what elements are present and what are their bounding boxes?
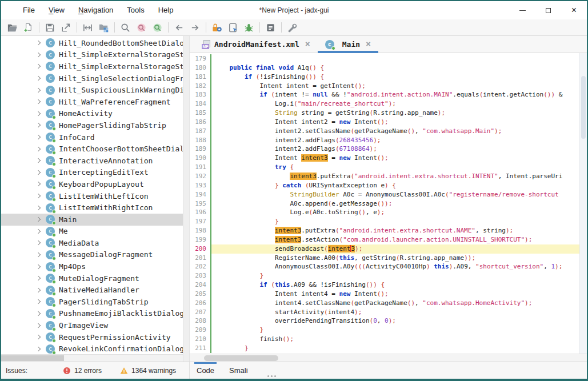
code-line-186[interactable]: 186 Intent intent2 = new Intent(); [190,118,579,127]
chevron-right-icon[interactable] [36,240,41,245]
menu-navigation[interactable]: Navigation [71,1,120,19]
code-line-209[interactable]: 209 } [190,326,579,335]
code-line-190[interactable]: 190 Intent intent3 = new Intent(); [190,154,579,163]
panel-splitter[interactable] [183,36,190,362]
tree-item-InterceptingEditText[interactable]: cInterceptingEditText [1,167,183,179]
nav-forward-button[interactable] [187,21,203,35]
code-line-189[interactable]: 189 intent2.addFlags(67108864); [190,145,579,154]
chevron-right-icon[interactable] [36,135,41,139]
editor-tab-Main[interactable]: cMain× [318,36,378,53]
chevron-right-icon[interactable] [36,311,41,316]
tree-item-HomePagerSlidingTabStrip[interactable]: cHomePagerSlidingTabStrip [1,119,183,131]
tree-item-Hilt_SuspiciousLinkWarningDi[interactable]: cHilt_SuspiciousLinkWarningDi [1,84,183,96]
search-class-button[interactable] [150,21,165,35]
chevron-right-icon[interactable] [36,170,41,175]
bottom-tab-smali[interactable]: Smali [229,362,248,379]
menu-view[interactable]: View [42,1,71,19]
chevron-right-icon[interactable] [36,323,41,327]
code-line-198[interactable]: 198 intent3.putExtra("android.intent.ext… [190,226,579,235]
fit-view-button[interactable] [80,21,95,35]
tree-item-Hilt_SimpleExternalStorageSt[interactable]: cHilt_SimpleExternalStorageSt [1,61,183,73]
device-button[interactable] [225,21,241,35]
code-line-197[interactable]: 197 } [190,217,579,226]
code-editor[interactable]: 179180 public final void A1q() {181 if (… [190,53,587,354]
editor-horizontal-scrollbar[interactable] [190,354,587,362]
tree-item-IntentChooserBottomSheetDial[interactable]: cIntentChooserBottomSheetDial [1,143,183,155]
export-button[interactable] [58,21,74,35]
code-line-193[interactable]: 193 } catch (URISyntaxException e) { [190,181,579,190]
tree-item-HomeActivity[interactable]: cHomeActivity [1,108,183,120]
chevron-right-icon[interactable] [36,229,41,234]
log-viewer-button[interactable] [263,21,278,35]
tree-item-MediaData[interactable]: cMediaData [1,237,183,249]
code-line-211[interactable]: 211 } [190,344,579,353]
chevron-right-icon[interactable] [36,194,41,198]
code-line-203[interactable]: 203 } [190,271,579,280]
tree-item-Me[interactable]: cMe [1,226,183,238]
nav-back-button[interactable] [171,21,187,35]
tree-item-NativeMediaHandler[interactable]: cNativeMediaHandler [1,284,183,296]
tree-item-MuteDialogFragment[interactable]: cMuteDialogFragment [1,272,183,284]
tree-horizontal-scrollbar[interactable] [1,354,183,362]
tree-item-Mp4Ops[interactable]: cMp4Ops [1,260,183,272]
menu-tools[interactable]: Tools [120,1,151,19]
search-text-button[interactable] [134,21,149,35]
chevron-right-icon[interactable] [36,264,41,268]
chevron-right-icon[interactable] [36,299,41,304]
chevron-right-icon[interactable] [36,346,41,351]
code-line-204[interactable]: 204 if (this.A09 && !isFinishing()) { [190,280,579,290]
close-button[interactable]: × [561,1,587,19]
tree-item-PagerSlidingTabStrip[interactable]: cPagerSlidingTabStrip [1,296,183,308]
maximize-button[interactable] [535,1,561,19]
code-line-208[interactable]: 208 overridePendingTransition(0, 0); [190,316,579,326]
code-line-184[interactable]: 184 Log.i("main/recreate_shortcut"); [190,99,579,109]
chevron-right-icon[interactable] [36,53,41,57]
code-line-192[interactable]: 192 intent3.putExtra("android.intent.ext… [190,172,579,181]
code-line-195[interactable]: 195 A0c.append(e.getMessage()); [190,199,579,208]
tree-item-Hilt_RoundedBottomSheetDialo[interactable]: cHilt_RoundedBottomSheetDialo [1,37,183,49]
editor-vertical-scrollbar[interactable] [579,53,587,354]
code-line-191[interactable]: 191 try { [190,163,579,172]
chevron-right-icon[interactable] [36,288,41,292]
tree-item-Hilt_SimpleExternalStorageSt[interactable]: cHilt_SimpleExternalStorageSt [1,49,183,61]
flatten-packages-button[interactable] [96,21,111,35]
code-line-188[interactable]: 188 intent2.addFlags(268435456); [190,136,579,145]
menu-file[interactable]: File [16,1,42,19]
open-project-button[interactable] [5,21,20,35]
search-button[interactable] [118,21,133,35]
code-line-206[interactable]: 206 intent4.setClassName(getPackageName(… [190,299,579,308]
code-line-179[interactable]: 179 [190,54,579,63]
chevron-right-icon[interactable] [36,64,41,69]
code-line-200[interactable]: 200 sendBroadcast(intent3); [190,244,579,254]
chevron-right-icon[interactable] [36,205,41,210]
chevron-right-icon[interactable] [36,158,41,163]
code-line-183[interactable]: 183 if (intent != null && !"android.inte… [190,90,579,99]
tree-item-MessageDialogFragment[interactable]: cMessageDialogFragment [1,249,183,261]
chevron-right-icon[interactable] [36,111,41,116]
bottom-tab-code[interactable]: Code [197,362,214,379]
code-line-180[interactable]: 180 public final void A1q() { [190,63,579,73]
code-line-199[interactable]: 199 intent3.setAction("com.android.launc… [190,235,579,244]
add-files-button[interactable] [21,21,36,35]
preferences-button[interactable] [285,21,300,35]
code-line-201[interactable]: 201 RegisterName.A00(this, getString(R.s… [190,254,579,263]
tree-item-RevokeLinkConfirmationDialog[interactable]: cRevokeLinkConfirmationDialog [1,343,183,355]
chevron-right-icon[interactable] [36,182,41,186]
code-line-194[interactable]: 194 StringBuilder A0c = AnonymousClass00… [190,190,579,199]
chevron-right-icon[interactable] [36,217,41,222]
code-line-196[interactable]: 196 Log.e(A0c.toString(), e); [190,208,579,217]
tree-item-Hilt_SingleSelectionDialogFr[interactable]: cHilt_SingleSelectionDialogFr [1,73,183,85]
tree-item-RequestPermissionActivity[interactable]: cRequestPermissionActivity [1,331,183,343]
tree-item-Main[interactable]: cMain [1,214,183,226]
vertical-scrollbar-thumb[interactable] [581,76,586,139]
code-line-210[interactable]: 210 finish(); [190,335,579,344]
deobfuscation-button[interactable] [209,21,225,35]
chevron-right-icon[interactable] [36,146,41,151]
chevron-right-icon[interactable] [36,276,41,280]
chevron-right-icon[interactable] [36,123,41,127]
debugger-button[interactable] [241,21,257,35]
tree-item-KeyboardPopupLayout[interactable]: cKeyboardPopupLayout [1,178,183,190]
menu-help[interactable]: Help [151,1,181,19]
chevron-right-icon[interactable] [36,87,41,92]
tree-item-InfoCard[interactable]: cInfoCard [1,131,183,143]
